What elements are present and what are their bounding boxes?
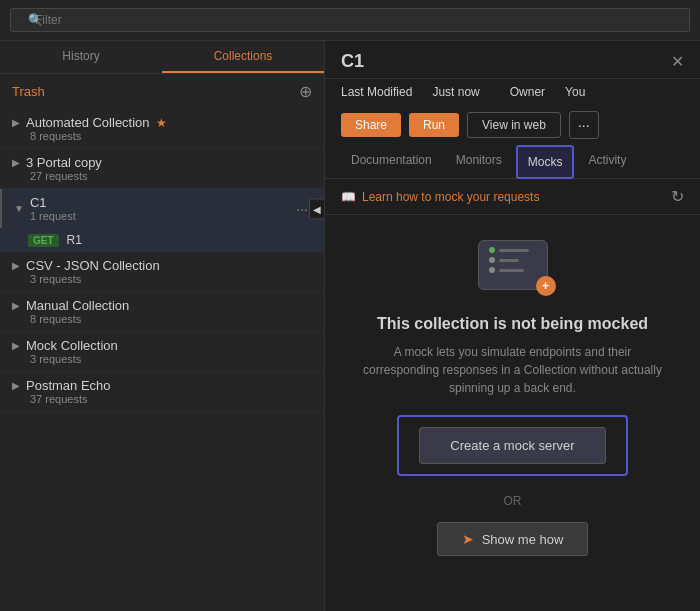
- collection-item-active[interactable]: ▼ C1 1 request ··· ◀: [0, 189, 324, 228]
- show-how-label: Show me how: [482, 532, 564, 547]
- collection-item[interactable]: ▶ Postman Echo 37 requests: [0, 372, 324, 412]
- learn-link-text: Learn how to mock your requests: [362, 190, 539, 204]
- status-dot: [489, 267, 495, 273]
- collection-item[interactable]: ▶ 3 Portal copy 27 requests: [0, 149, 324, 189]
- chevron-right-icon: ▶: [12, 300, 20, 311]
- search-input[interactable]: [10, 8, 690, 32]
- collection-item[interactable]: ▶ Mock Collection 3 requests: [0, 332, 324, 372]
- star-icon: ★: [156, 116, 167, 130]
- or-divider: OR: [504, 494, 522, 508]
- status-dot: [489, 247, 495, 253]
- trash-row[interactable]: Trash ⊕: [0, 74, 324, 109]
- right-header: C1 ✕: [325, 41, 700, 79]
- main-layout: History Collections Trash ⊕ ▶ Automated …: [0, 41, 700, 611]
- tab-documentation[interactable]: Documentation: [341, 145, 442, 178]
- owner-value: You: [565, 85, 585, 99]
- collection-count: 1 request: [30, 210, 76, 222]
- mock-badge: +: [536, 276, 556, 296]
- close-button[interactable]: ✕: [671, 52, 684, 71]
- trash-label: Trash: [12, 84, 45, 99]
- panel-title: C1: [341, 51, 364, 72]
- search-bar: 🔍: [0, 0, 700, 41]
- collection-count: 8 requests: [30, 130, 312, 142]
- collection-count: 8 requests: [30, 313, 312, 325]
- right-panel: C1 ✕ Last Modified Just now Owner You Sh…: [325, 41, 700, 611]
- mock-description: A mock lets you simulate endpoints and t…: [363, 343, 663, 397]
- expand-right-icon[interactable]: ◀: [309, 198, 325, 219]
- collection-item[interactable]: ▶ Manual Collection 8 requests: [0, 292, 324, 332]
- action-buttons: Share Run View in web ···: [325, 105, 700, 145]
- collection-count: 37 requests: [30, 393, 312, 405]
- share-button[interactable]: Share: [341, 113, 401, 137]
- chevron-right-icon: ▶: [12, 260, 20, 271]
- search-icon: 🔍: [28, 13, 43, 27]
- collection-item[interactable]: ▶ CSV - JSON Collection 3 requests: [0, 252, 324, 292]
- add-collection-icon[interactable]: ⊕: [299, 82, 312, 101]
- view-in-web-button[interactable]: View in web: [467, 112, 561, 138]
- collection-count: 3 requests: [30, 353, 312, 365]
- collection-count: 3 requests: [30, 273, 312, 285]
- arrow-icon: ➤: [462, 531, 474, 547]
- book-icon: 📖: [341, 190, 356, 204]
- collection-name: C1: [30, 195, 76, 210]
- create-mock-wrapper: Create a mock server: [397, 415, 627, 476]
- tab-activity[interactable]: Activity: [578, 145, 636, 178]
- right-tab-bar: Documentation Monitors Mocks Activity: [325, 145, 700, 179]
- learn-link[interactable]: 📖 Learn how to mock your requests: [341, 190, 539, 204]
- create-mock-button[interactable]: Create a mock server: [419, 427, 605, 464]
- server-line: [499, 269, 524, 272]
- more-options-button[interactable]: ···: [569, 111, 599, 139]
- tab-history[interactable]: History: [0, 41, 162, 73]
- collection-name: 3 Portal copy: [26, 155, 102, 170]
- request-name: R1: [67, 233, 82, 247]
- chevron-right-icon: ▶: [12, 340, 20, 351]
- left-panel: History Collections Trash ⊕ ▶ Automated …: [0, 41, 325, 611]
- collection-count: 27 requests: [30, 170, 312, 182]
- meta-info: Last Modified Just now Owner You: [325, 79, 700, 105]
- run-button[interactable]: Run: [409, 113, 459, 137]
- chevron-right-icon: ▶: [12, 380, 20, 391]
- collection-item[interactable]: ▶ Automated Collection ★ 8 requests: [0, 109, 324, 149]
- mock-title: This collection is not being mocked: [377, 315, 648, 333]
- collection-name: Manual Collection: [26, 298, 129, 313]
- tab-mocks[interactable]: Mocks: [516, 145, 575, 179]
- owner-label: Owner: [510, 85, 545, 99]
- last-modified-label: Last Modified: [341, 85, 412, 99]
- last-modified-value: Just now: [432, 85, 479, 99]
- learn-banner: 📖 Learn how to mock your requests ↻: [325, 179, 700, 215]
- mock-empty-state: + This collection is not being mocked A …: [325, 215, 700, 576]
- collection-name: CSV - JSON Collection: [26, 258, 160, 273]
- tab-monitors[interactable]: Monitors: [446, 145, 512, 178]
- status-dot: [489, 257, 495, 263]
- server-line: [499, 259, 519, 262]
- show-me-how-button[interactable]: ➤ Show me how: [437, 522, 589, 556]
- tab-collections[interactable]: Collections: [162, 41, 324, 73]
- chevron-right-icon: ▶: [12, 157, 20, 168]
- http-method-badge: GET: [28, 234, 59, 247]
- right-content: 📖 Learn how to mock your requests ↻: [325, 179, 700, 611]
- collection-name: Postman Echo: [26, 378, 111, 393]
- collection-sub-item[interactable]: GET R1: [0, 228, 324, 252]
- search-wrap: 🔍: [10, 8, 690, 32]
- tab-bar: History Collections: [0, 41, 324, 74]
- refresh-button[interactable]: ↻: [671, 187, 684, 206]
- mock-server-icon: +: [473, 235, 553, 295]
- chevron-down-icon: ▼: [14, 203, 24, 214]
- server-line: [499, 249, 529, 252]
- collection-name: Automated Collection: [26, 115, 150, 130]
- chevron-right-icon: ▶: [12, 117, 20, 128]
- collection-name: Mock Collection: [26, 338, 118, 353]
